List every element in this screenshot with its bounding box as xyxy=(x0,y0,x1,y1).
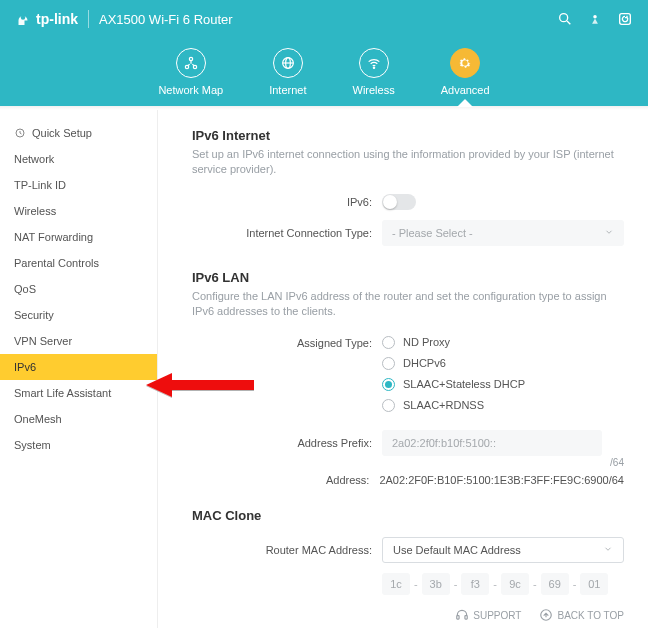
sidebar-item-label: Security xyxy=(14,309,54,321)
sidebar-item-smart-life[interactable]: Smart Life Assistant xyxy=(0,380,157,406)
sidebar-item-label: QoS xyxy=(14,283,36,295)
sidebar-item-label: System xyxy=(14,439,51,451)
reboot-icon[interactable] xyxy=(616,10,634,28)
headset-icon xyxy=(455,608,469,622)
sidebar-item-label: NAT Forwarding xyxy=(14,231,93,243)
search-icon[interactable] xyxy=(556,10,574,28)
sidebar-item-wireless[interactable]: Wireless xyxy=(0,198,157,224)
sidebar-item-label: Wireless xyxy=(14,205,56,217)
mac-octet[interactable]: 1c xyxy=(382,573,410,595)
tab-label: Advanced xyxy=(441,84,490,96)
tab-network-map[interactable]: Network Map xyxy=(158,48,223,106)
mac-octet[interactable]: f3 xyxy=(461,573,489,595)
address-label: Address: xyxy=(192,474,379,486)
select-value: Use Default MAC Address xyxy=(393,544,521,556)
arrow-up-circle-icon xyxy=(539,608,553,622)
conn-type-select[interactable]: - Please Select - xyxy=(382,220,624,246)
radio-dhcpv6[interactable]: DHCPv6 xyxy=(382,357,446,370)
sidebar-item-network[interactable]: Network xyxy=(0,146,157,172)
sidebar-item-ipv6[interactable]: IPv6 xyxy=(0,354,157,380)
svg-point-5 xyxy=(189,57,192,60)
sidebar-item-label: Parental Controls xyxy=(14,257,99,269)
tab-internet[interactable]: Internet xyxy=(269,48,306,106)
sidebar-item-nat[interactable]: NAT Forwarding xyxy=(0,224,157,250)
svg-rect-14 xyxy=(465,616,467,620)
divider xyxy=(88,10,89,28)
sidebar-item-label: OneMesh xyxy=(14,413,62,425)
chevron-down-icon xyxy=(604,227,614,239)
tplink-logo-icon xyxy=(14,10,32,28)
svg-point-1 xyxy=(560,14,568,22)
mac-octet[interactable]: 69 xyxy=(541,573,569,595)
chevron-down-icon xyxy=(603,544,613,556)
sidebar-item-security[interactable]: Security xyxy=(0,302,157,328)
back-to-top-link[interactable]: BACK TO TOP xyxy=(539,608,624,622)
clock-icon xyxy=(14,127,26,139)
select-placeholder: - Please Select - xyxy=(392,227,473,239)
svg-point-0 xyxy=(21,15,26,20)
svg-point-3 xyxy=(593,15,597,18)
globe-icon xyxy=(280,55,296,71)
tab-label: Internet xyxy=(269,84,306,96)
sidebar-item-label: Network xyxy=(14,153,54,165)
tab-label: Network Map xyxy=(158,84,223,96)
conn-type-label: Internet Connection Type: xyxy=(192,227,382,239)
radio-nd-proxy[interactable]: ND Proxy xyxy=(382,336,450,349)
radio-label: ND Proxy xyxy=(403,336,450,348)
prefix-suffix: /64 xyxy=(610,457,624,468)
top-icons xyxy=(556,10,634,28)
mac-octet[interactable]: 3b xyxy=(422,573,450,595)
sidebar: Quick Setup Network TP-Link ID Wireless … xyxy=(0,110,158,628)
tab-advanced[interactable]: Advanced xyxy=(441,48,490,106)
ipv6-toggle[interactable] xyxy=(382,194,416,210)
wifi-icon xyxy=(366,55,382,71)
radio-slaac-rdnss[interactable]: SLAAC+RDNSS xyxy=(382,399,484,412)
section-desc: Set up an IPv6 internet connection using… xyxy=(192,147,624,178)
svg-rect-4 xyxy=(620,14,631,25)
sidebar-item-quick-setup[interactable]: Quick Setup xyxy=(0,120,157,146)
sidebar-item-parental[interactable]: Parental Controls xyxy=(0,250,157,276)
mac-octet[interactable]: 01 xyxy=(580,573,608,595)
radio-label: SLAAC+Stateless DHCP xyxy=(403,378,525,390)
support-link[interactable]: SUPPORT xyxy=(455,608,521,622)
sidebar-item-label: Smart Life Assistant xyxy=(14,387,111,399)
address-prefix-label: Address Prefix: xyxy=(192,437,382,449)
brand-text: tp-link xyxy=(36,11,78,27)
sidebar-item-vpn[interactable]: VPN Server xyxy=(0,328,157,354)
content: IPv6 Internet Set up an IPv6 internet co… xyxy=(158,110,648,628)
network-map-icon xyxy=(183,55,199,71)
router-mac-label: Router MAC Address: xyxy=(192,544,382,556)
ipv6-toggle-label: IPv6: xyxy=(192,196,382,208)
header: tp-link AX1500 Wi-Fi 6 Router Network Ma… xyxy=(0,0,648,106)
svg-rect-13 xyxy=(457,616,459,620)
sidebar-item-tplink-id[interactable]: TP-Link ID xyxy=(0,172,157,198)
radio-label: SLAAC+RDNSS xyxy=(403,399,484,411)
model-label: AX1500 Wi-Fi 6 Router xyxy=(99,12,233,27)
svg-point-11 xyxy=(373,67,374,68)
sidebar-item-label: IPv6 xyxy=(14,361,36,373)
sidebar-item-system[interactable]: System xyxy=(0,432,157,458)
mac-octets: 1c- 3b- f3- 9c- 69- 01 xyxy=(382,573,608,595)
radio-slaac-stateless[interactable]: SLAAC+Stateless DHCP xyxy=(382,378,525,391)
address-prefix-input[interactable]: 2a02:2f0f:b10f:5100:: xyxy=(382,430,602,456)
assigned-type-label: Assigned Type: xyxy=(192,336,382,349)
section-title-ipv6-internet: IPv6 Internet xyxy=(192,128,624,143)
address-value: 2A02:2F0F:B10F:5100:1E3B:F3FF:FE9C:6900/… xyxy=(379,474,624,486)
input-value: 2a02:2f0f:b10f:5100:: xyxy=(392,437,496,449)
body: Quick Setup Network TP-Link ID Wireless … xyxy=(0,110,648,628)
footer-links: SUPPORT BACK TO TOP xyxy=(455,608,624,622)
led-icon[interactable] xyxy=(586,10,604,28)
sidebar-item-qos[interactable]: QoS xyxy=(0,276,157,302)
router-mac-select[interactable]: Use Default MAC Address xyxy=(382,537,624,563)
brand-logo: tp-link xyxy=(14,10,78,28)
section-desc: Configure the LAN IPv6 address of the ro… xyxy=(192,289,624,320)
section-title-mac-clone: MAC Clone xyxy=(192,508,624,523)
mac-octet[interactable]: 9c xyxy=(501,573,529,595)
svg-line-2 xyxy=(567,21,570,24)
link-label: SUPPORT xyxy=(473,610,521,621)
nav-tabs: Network Map Internet Wireless Advanced xyxy=(0,38,648,106)
tab-wireless[interactable]: Wireless xyxy=(353,48,395,106)
sidebar-item-onemesh[interactable]: OneMesh xyxy=(0,406,157,432)
topbar: tp-link AX1500 Wi-Fi 6 Router xyxy=(0,0,648,38)
gear-icon xyxy=(457,55,473,71)
